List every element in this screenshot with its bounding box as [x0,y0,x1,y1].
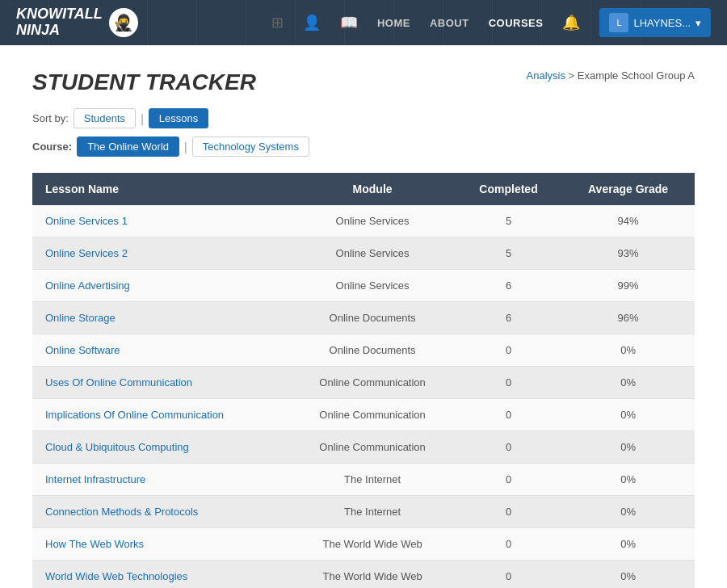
cell-lesson-name: Uses Of Online Communication [32,367,289,399]
cell-avg-grade: 94% [561,205,695,237]
cell-avg-grade: 0% [561,496,695,528]
user-avatar: L [609,13,628,32]
table-row: Online Software Online Documents 0 0% [32,334,695,367]
cell-avg-grade: 0% [561,399,695,431]
course-tech-systems-button[interactable]: Technology Systems [192,136,309,157]
nav-about[interactable]: ABOUT [430,17,469,29]
cell-completed: 0 [456,496,561,528]
cell-completed: 0 [456,399,561,431]
cell-module: Online Documents [289,334,456,367]
user-nav-icon: 👤 [303,14,321,32]
table-row: Internet Infrastructure The Internet 0 0… [32,464,695,496]
cell-lesson-name: Online Services 1 [32,205,289,237]
cell-module: Online Services [289,270,456,302]
cell-completed: 0 [456,561,561,589]
col-module: Module [289,173,456,205]
lesson-link[interactable]: Online Software [45,344,120,356]
cell-lesson-name: Online Advertising [32,270,289,302]
cell-lesson-name: Online Software [32,334,289,367]
cell-completed: 0 [456,528,561,561]
lesson-link[interactable]: Online Storage [45,312,116,324]
cell-lesson-name: Connection Methods & Protocols [32,496,289,528]
course-label: Course: [32,141,72,153]
cell-module: Online Documents [289,302,456,334]
cell-lesson-name: Online Storage [32,302,289,334]
cell-lesson-name: World Wide Web Technologies [32,561,289,589]
cell-avg-grade: 99% [561,270,695,302]
table-row: Uses Of Online Communication Online Comm… [32,367,695,399]
course-bar: Course: The Online World | Technology Sy… [32,136,695,157]
cell-completed: 6 [456,302,561,334]
lesson-link[interactable]: Cloud & Ubiquitous Computing [45,441,189,453]
table-row: Online Services 1 Online Services 5 94% [32,205,695,237]
user-label: LHAYNES... [633,17,691,29]
cell-completed: 0 [456,464,561,496]
cell-avg-grade: 93% [561,237,695,270]
course-divider: | [184,141,187,153]
cell-lesson-name: Implications Of Online Communication [32,399,289,431]
cell-completed: 0 [456,431,561,464]
lesson-link[interactable]: Connection Methods & Protocols [45,506,198,518]
lesson-link[interactable]: Implications Of Online Communication [45,409,224,421]
cell-module: Online Services [289,237,456,270]
sort-label: Sort by: [32,112,69,124]
table-row: Implications Of Online Communication Onl… [32,399,695,431]
sort-lessons-button[interactable]: Lessons [149,108,208,128]
logo[interactable]: KNOWITALLNINJA 🥷 [16,6,138,39]
nav-courses[interactable]: COURSES [489,17,544,29]
col-lesson-name: Lesson Name [32,173,289,205]
cell-avg-grade: 0% [561,528,695,561]
bell-icon[interactable]: 🔔 [562,14,580,32]
sort-students-button[interactable]: Students [74,108,136,128]
dropdown-arrow-icon: ▾ [695,17,701,29]
lesson-link[interactable]: Uses Of Online Communication [45,376,192,388]
cell-module: The World Wide Web [289,561,456,589]
cell-avg-grade: 0% [561,367,695,399]
table-row: Connection Methods & Protocols The Inter… [32,496,695,528]
main-content: STUDENT TRACKER Analysis > Example Schoo… [0,45,727,588]
table-row: World Wide Web Technologies The World Wi… [32,561,695,589]
sort-bar: Sort by: Students | Lessons [32,108,695,128]
nav-home[interactable]: HOME [377,17,410,29]
cell-lesson-name: Cloud & Ubiquitous Computing [32,431,289,464]
lesson-link[interactable]: Internet Infrastructure [45,473,145,485]
lesson-link[interactable]: Online Services 2 [45,247,128,259]
cell-completed: 5 [456,237,561,270]
cell-lesson-name: Internet Infrastructure [32,464,289,496]
table-header-row: Lesson Name Module Completed Average Gra… [32,173,695,205]
lessons-table: Lesson Name Module Completed Average Gra… [32,173,695,588]
home-nav-icon: ⊞ [271,14,284,32]
cell-avg-grade: 0% [561,561,695,589]
page-title: STUDENT TRACKER [32,69,256,95]
cell-module: The Internet [289,496,456,528]
cell-module: The World Wide Web [289,528,456,561]
cell-module: Online Communication [289,399,456,431]
logo-icon: 🥷 [109,8,138,37]
cell-module: Online Services [289,205,456,237]
cell-module: Online Communication [289,367,456,399]
cell-lesson-name: How The Web Works [32,528,289,561]
cell-completed: 0 [456,334,561,367]
user-menu-button[interactable]: L LHAYNES... ▾ [599,8,711,37]
cell-completed: 0 [456,367,561,399]
sort-divider: | [141,112,144,125]
breadcrumb-analysis-link[interactable]: Analysis [527,69,565,82]
lesson-link[interactable]: World Wide Web Technologies [45,570,187,582]
table-row: Online Advertising Online Services 6 99% [32,270,695,302]
cell-avg-grade: 96% [561,302,695,334]
logo-text: KNOWITALLNINJA [16,6,103,39]
cell-completed: 6 [456,270,561,302]
cell-avg-grade: 0% [561,334,695,367]
lesson-link[interactable]: How The Web Works [45,538,144,550]
lesson-link[interactable]: Online Advertising [45,279,130,292]
nav-links: ⊞ 👤 📖 HOME ABOUT COURSES 🔔 L LHAYNES... … [271,8,711,37]
cell-avg-grade: 0% [561,431,695,464]
table-row: Cloud & Ubiquitous Computing Online Comm… [32,431,695,464]
breadcrumb-separator: > Example School Group A [569,69,695,82]
table-row: Online Storage Online Documents 6 96% [32,302,695,334]
cell-avg-grade: 0% [561,464,695,496]
table-row: How The Web Works The World Wide Web 0 0… [32,528,695,561]
cell-completed: 5 [456,205,561,237]
lesson-link[interactable]: Online Services 1 [45,215,128,227]
course-online-world-button[interactable]: The Online World [77,136,179,157]
